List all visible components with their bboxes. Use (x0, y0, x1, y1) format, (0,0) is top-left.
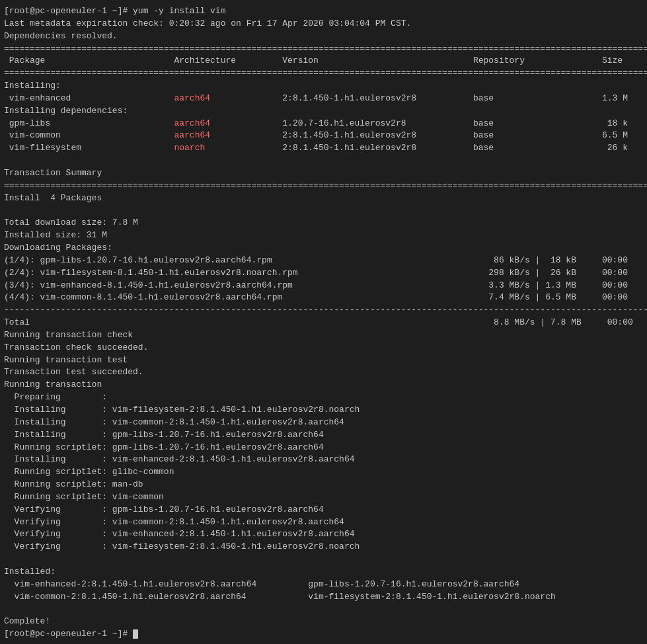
inst2: Installing : vim-common-2:8.1.450-1.h1.e… (4, 417, 643, 429)
verify2: Verifying : vim-common-2:8.1.450-1.h1.eu… (4, 516, 643, 529)
script4: Running scriptlet: vim-common 4/4 (4, 491, 643, 504)
tx-check-ok: Transaction check succeeded. (4, 342, 643, 354)
tx-test-ok: Transaction test succeeded. (4, 366, 643, 379)
inst1: Installing : vim-filesystem-2:8.1.450-1.… (4, 404, 643, 417)
installing-label: Installing: (4, 80, 643, 93)
run-tx: Running transaction (4, 379, 643, 391)
cursor (133, 629, 138, 639)
total-line: Total 8.8 MB/s | 7.8 MB 00:00 (4, 317, 643, 329)
verify3: Verifying : vim-enhanced-2:8.1.450-1.h1.… (4, 528, 643, 541)
blank4 (4, 604, 643, 616)
inst4: Installing : vim-enhanced-2:8.1.450-1.h1… (4, 454, 643, 466)
dl3: (3/4): vim-enhanced-8.1.450-1.h1.euleros… (4, 280, 643, 292)
downloading-label: Downloading Packages: (4, 242, 643, 255)
installed-size: Installed size: 31 M (4, 229, 643, 242)
tx-summary-label: Transaction Summary (4, 167, 643, 180)
deps-line: Dependencies resolved. (4, 30, 643, 43)
blank1 (4, 155, 643, 167)
dl4: (4/4): vim-common-8.1.450-1.h1.eulerosv2… (4, 292, 643, 304)
script2: Running scriptlet: glibc-common 4/4 (4, 466, 643, 479)
table-header: Package Architecture Version Repository … (4, 55, 643, 67)
blank3 (4, 553, 643, 566)
install-count: Install 4 Packages (4, 192, 643, 205)
pkg-vim-enhanced: vim-enhanced aarch64 2:8.1.450-1.h1.eule… (4, 93, 643, 105)
inst3: Installing : gpm-libs-1.20.7-16.h1.euler… (4, 429, 643, 442)
installed-pkg2: vim-common-2:8.1.450-1.h1.eulerosv2r8.aa… (4, 591, 643, 604)
terminal-window: [root@pc-openeuler-1 ~]# yum -y install … (4, 5, 643, 644)
pkg-vim-filesystem: vim-filesystem noarch 2:8.1.450-1.h1.eul… (4, 142, 643, 155)
run-tx-check: Running transaction check (4, 329, 643, 342)
verify4: Verifying : vim-filesystem-2:8.1.450-1.h… (4, 541, 643, 553)
script3: Running scriptlet: man-db 4/4 (4, 479, 643, 491)
installed-pkg1: vim-enhanced-2:8.1.450-1.h1.eulerosv2r8.… (4, 579, 643, 591)
sep4: ----------------------------------------… (4, 304, 643, 317)
verify1: Verifying : gpm-libs-1.20.7-16.h1.eulero… (4, 504, 643, 516)
pkg-vim-common: vim-common aarch64 2:8.1.450-1.h1.eulero… (4, 130, 643, 142)
prompt-line: [root@pc-openeuler-1 ~]# yum -y install … (4, 5, 643, 18)
pkg-gpm-libs: gpm-libs aarch64 1.20.7-16.h1.eulerosv2r… (4, 118, 643, 130)
script1: Running scriptlet: gpm-libs-1.20.7-16.h1… (4, 442, 643, 454)
dl1: (1/4): gpm-libs-1.20.7-16.h1.eulerosv2r8… (4, 255, 643, 267)
sep1: ========================================… (4, 43, 643, 56)
dl2: (2/4): vim-filesystem-8.1.450-1.h1.euler… (4, 267, 643, 280)
complete-label: Complete! (4, 616, 643, 628)
sep2: ========================================… (4, 67, 643, 80)
final-prompt[interactable]: [root@pc-openeuler-1 ~]# (4, 628, 643, 641)
total-download: Total download size: 7.8 M (4, 217, 643, 229)
sep3: ========================================… (4, 180, 643, 192)
blank2 (4, 205, 643, 218)
preparing: Preparing : 1/1 (4, 391, 643, 404)
installed-label: Installed: (4, 566, 643, 579)
metadata-line: Last metadata expiration check: 0:20:32 … (4, 18, 643, 30)
run-tx-test: Running transaction test (4, 354, 643, 367)
installing-deps-label: Installing dependencies: (4, 105, 643, 118)
